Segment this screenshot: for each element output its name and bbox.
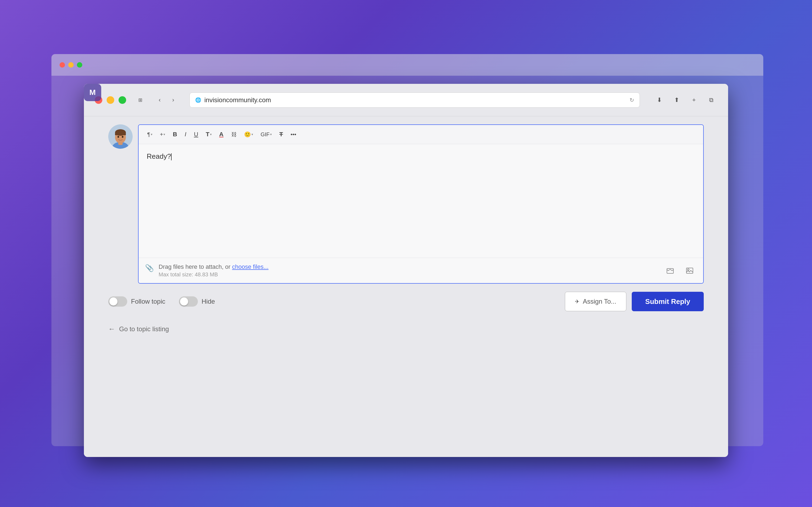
- share-button[interactable]: ⬆: [671, 94, 682, 106]
- browser-chrome: ⊞ ‹ › 🌐 invisioncommunity.com ↻ ⬇ ⬆ + ⧉: [84, 84, 728, 116]
- attach-text-block: Drag files here to attach, or choose fil…: [159, 263, 268, 278]
- italic-button[interactable]: I: [181, 129, 190, 140]
- os-tl-green-bg: [77, 62, 82, 68]
- svg-rect-9: [687, 268, 693, 273]
- gif-button[interactable]: GIF ▾: [257, 129, 275, 140]
- strikethrough-button[interactable]: T: [276, 129, 286, 140]
- link-button[interactable]: ⛓: [228, 129, 240, 140]
- attach-main-text: Drag files here to attach, or choose fil…: [159, 263, 268, 270]
- hide-label: Hide: [202, 298, 215, 305]
- os-tl-red-bg: [59, 62, 65, 68]
- follow-topic-toggle-item: Follow topic: [108, 296, 165, 306]
- nav-buttons: ‹ ›: [154, 95, 179, 105]
- max-size-value: 48.83 MB: [195, 272, 218, 277]
- editor-typed-text: Ready?: [147, 152, 171, 160]
- font-color-button[interactable]: A: [216, 129, 227, 140]
- text-size-button[interactable]: T ▾: [202, 129, 215, 140]
- svg-point-10: [688, 269, 689, 270]
- go-to-topic-link[interactable]: ← Go to topic listing: [108, 325, 704, 333]
- hide-toggle[interactable]: [179, 296, 198, 306]
- follow-topic-label: Follow topic: [131, 298, 165, 305]
- back-arrow-icon: ←: [108, 325, 115, 333]
- globe-icon: 🌐: [195, 97, 201, 103]
- svg-point-7: [122, 136, 123, 138]
- underline-button[interactable]: U: [191, 129, 201, 140]
- go-to-topic-text: Go to topic listing: [119, 325, 169, 333]
- editor-container: ¶ ▾ + ▾ B I U T ▾ A: [138, 124, 704, 284]
- user-avatar: [108, 124, 133, 149]
- tabs-button[interactable]: ⧉: [705, 94, 717, 106]
- max-size-label: Max total size:: [159, 272, 193, 277]
- reply-container: ¶ ▾ + ▾ B I U T ▾ A: [108, 124, 704, 284]
- paragraph-icon: ¶: [147, 131, 150, 137]
- new-tab-button[interactable]: +: [688, 94, 700, 106]
- sidebar-toggle-button[interactable]: ⊞: [134, 96, 146, 104]
- back-button[interactable]: ‹: [154, 95, 165, 105]
- more-options-button[interactable]: •••: [287, 129, 299, 140]
- reload-icon[interactable]: ↻: [629, 97, 634, 103]
- insert-button[interactable]: + ▾: [157, 129, 169, 140]
- text-size-caret: ▾: [210, 132, 212, 136]
- strikethrough-icon: T: [279, 131, 283, 138]
- toggle-group: Follow topic Hide: [108, 296, 215, 306]
- assign-label: Assign To...: [583, 298, 616, 305]
- drag-text: Drag files here to attach, or: [159, 263, 230, 270]
- paragraph-format-button[interactable]: ¶ ▾: [144, 129, 156, 140]
- browser-actions: ⬇ ⬆ + ⧉: [653, 94, 717, 106]
- attach-left: 📎 Drag files here to attach, or choose f…: [145, 263, 268, 278]
- forward-button[interactable]: ›: [168, 95, 179, 105]
- attachment-area: 📎 Drag files here to attach, or choose f…: [139, 258, 703, 283]
- bold-button[interactable]: B: [169, 129, 180, 140]
- assign-to-button[interactable]: ✈ Assign To...: [565, 292, 626, 311]
- editor-text-content: Ready?: [147, 152, 695, 161]
- bottom-actions: ✈ Assign To... Submit Reply: [565, 292, 704, 311]
- address-bar[interactable]: 🌐 invisioncommunity.com ↻: [190, 93, 640, 108]
- insert-image-button[interactable]: [682, 264, 697, 278]
- browser-content: ¶ ▾ + ▾ B I U T ▾ A: [84, 116, 728, 457]
- choose-files-link[interactable]: choose files...: [232, 263, 268, 270]
- paperclip-icon: 📎: [145, 264, 154, 272]
- editor-cursor: [171, 153, 171, 160]
- gif-caret: ▾: [270, 132, 272, 136]
- hide-toggle-item: Hide: [179, 296, 215, 306]
- os-traffic-lights-bg: [59, 62, 82, 68]
- attach-right: [663, 264, 697, 278]
- font-color-icon: A: [219, 131, 223, 138]
- assign-icon: ✈: [575, 298, 579, 305]
- more-icon: •••: [291, 131, 296, 137]
- emoji-icon: 🙂: [244, 131, 251, 137]
- emoji-button[interactable]: 🙂 ▾: [241, 129, 256, 140]
- os-tl-yellow-bg: [68, 62, 73, 68]
- editor-toolbar: ¶ ▾ + ▾ B I U T ▾ A: [139, 125, 703, 144]
- insert-caret: ▾: [163, 132, 165, 136]
- browse-files-button[interactable]: [663, 264, 677, 278]
- follow-topic-toggle[interactable]: [108, 296, 127, 306]
- download-button[interactable]: ⬇: [653, 94, 665, 106]
- svg-rect-5: [115, 132, 126, 135]
- address-text: invisioncommunity.com: [204, 96, 626, 104]
- text-size-icon: T: [206, 131, 209, 138]
- m-badge: M: [84, 84, 101, 101]
- traffic-light-yellow[interactable]: [107, 96, 114, 104]
- os-toolbar-background: [51, 54, 763, 76]
- emoji-caret: ▾: [251, 132, 253, 136]
- submit-reply-button[interactable]: Submit Reply: [632, 292, 704, 311]
- gif-label: GIF: [261, 131, 269, 137]
- link-icon: ⛓: [231, 131, 237, 137]
- editor-body[interactable]: Ready?: [139, 144, 703, 258]
- plus-icon: +: [160, 131, 163, 137]
- paragraph-caret: ▾: [151, 132, 152, 136]
- bottom-bar: Follow topic Hide ✈ Assign To... Submit …: [108, 284, 704, 317]
- svg-point-6: [117, 136, 119, 138]
- traffic-light-green[interactable]: [118, 96, 126, 104]
- attach-size-text: Max total size: 48.83 MB: [159, 272, 268, 278]
- browser-window: ⊞ ‹ › 🌐 invisioncommunity.com ↻ ⬇ ⬆ + ⧉: [84, 84, 728, 457]
